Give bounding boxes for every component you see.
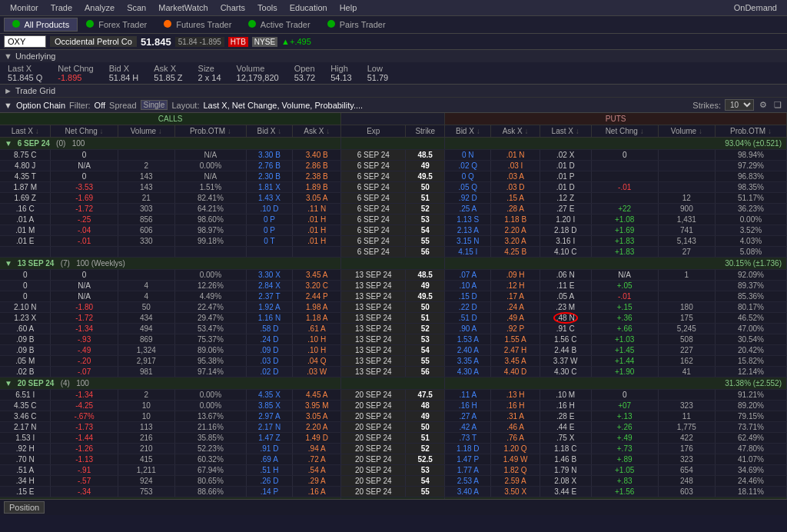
group-header-row[interactable]: ▼ 13 SEP 24 (7) 100 (Weeklys) 30.15% (±1… xyxy=(0,258,787,270)
filter-value[interactable]: Off xyxy=(95,101,105,110)
put-netchng: +.66 xyxy=(591,324,658,334)
put-probotm: 98.94% xyxy=(715,150,786,161)
put-lastx: .16 H xyxy=(540,401,591,411)
put-askx: 1.82 Q xyxy=(491,465,540,476)
put-netchng: 0 xyxy=(591,150,658,161)
call-askx: .29 A xyxy=(293,476,341,487)
table-row[interactable]: .09 B -.93 869 75.37% .24 D .10 H 13 SEP… xyxy=(0,334,787,345)
put-probotm: 91.21% xyxy=(715,390,786,401)
settings-icon[interactable]: ⚙ xyxy=(758,100,769,110)
table-row[interactable]: 6.51 I -1.34 2 0.00% 4.35 X 4.45 A 20 SE… xyxy=(0,390,787,401)
table-row[interactable]: .16 C -1.72 303 64.21% .10 D .11 N 6 SEP… xyxy=(0,204,787,214)
col-puts-probotm[interactable]: Prob.OTM xyxy=(715,125,786,138)
nav-analyze[interactable]: Analyze xyxy=(78,2,121,14)
table-row[interactable]: .01 A -.25 856 98.60% 0 P .01 H 6 SEP 24… xyxy=(0,214,787,225)
strike-col: 49 xyxy=(406,161,445,171)
table-row[interactable]: 4.35 T 0 143 N/A 2.30 B 2.38 B 6 SEP 24 … xyxy=(0,171,787,182)
table-row[interactable]: 1.69 Z -1.69 21 82.41% 1.43 X 3.05 A 6 S… xyxy=(0,193,787,204)
table-row[interactable]: .92 H -1.26 210 52.23% .91 D .94 A 20 SE… xyxy=(0,444,787,454)
tab-all-products[interactable]: All Products xyxy=(4,18,78,32)
call-lastx: 1.87 M xyxy=(0,182,51,193)
nav-marketwatch[interactable]: MarketWatch xyxy=(152,2,214,14)
table-row[interactable]: 1.23 X -1.72 434 29.47% 1.16 N 1.18 A 13… xyxy=(0,313,787,324)
col-puts-bidx[interactable]: Bid X xyxy=(445,125,491,138)
table-row[interactable]: 4.35 C -4.25 10 0.00% 3.85 X 3.95 M 20 S… xyxy=(0,401,787,411)
col-calls-volume[interactable]: Volume xyxy=(118,125,174,138)
table-row[interactable]: 0 N/A 4 12.26% 2.84 X 3.20 C 13 SEP 24 4… xyxy=(0,281,787,291)
call-volume: 143 xyxy=(118,182,174,193)
call-probotm: 75.37% xyxy=(174,334,246,345)
col-calls-askx[interactable]: Ask X xyxy=(293,125,341,138)
table-row[interactable]: .09 B -.49 1,324 89.06% .09 D .10 H 13 S… xyxy=(0,345,787,356)
table-row[interactable]: .15 E -.34 753 88.66% .14 P .16 A 20 SEP… xyxy=(0,487,787,497)
trade-grid-header[interactable]: ► Trade Grid xyxy=(0,85,787,98)
table-row[interactable]: 0 N/A 4 4.49% 2.37 T 2.44 P 13 SEP 24 49… xyxy=(0,291,787,302)
col-calls-netchng[interactable]: Net Chng xyxy=(51,125,118,138)
table-row[interactable]: 2.17 N -1.73 113 21.16% 2.17 N 2.20 A 20… xyxy=(0,422,787,433)
on-demand-label[interactable]: OnDemand xyxy=(728,2,783,14)
table-row[interactable]: 8.75 C 0 N/A 3.30 B 3.40 B 6 SEP 24 48.5… xyxy=(0,150,787,161)
col-calls-bidx[interactable]: Bid X xyxy=(246,125,292,138)
option-chain-table-container[interactable]: CALLS PUTS Last X Net Chng Volume Prob.O… xyxy=(0,113,787,499)
put-bidx: 0 N xyxy=(445,150,491,161)
col-puts-askx[interactable]: Ask X xyxy=(491,125,540,138)
exp-col: 20 SEP 24 xyxy=(341,454,406,465)
call-lastx: 1.23 X xyxy=(0,313,51,324)
nav-help[interactable]: Help xyxy=(334,2,364,14)
nav-tools[interactable]: Tools xyxy=(251,2,284,14)
tab-forex-trader[interactable]: Forex Trader xyxy=(78,18,155,32)
call-askx: 2.86 B xyxy=(293,161,341,171)
table-row[interactable]: .05 M -.20 2,917 95.38% .03 D .04 Q 13 S… xyxy=(0,356,787,367)
call-volume: 4 xyxy=(118,281,174,291)
position-button[interactable]: Position xyxy=(4,501,45,514)
table-row[interactable]: .70 N -1.13 415 60.32% .69 A .72 A 20 SE… xyxy=(0,454,787,465)
strikes-select[interactable]: 1051520 xyxy=(725,99,754,111)
call-volume: 21 xyxy=(118,193,174,204)
nav-education[interactable]: Education xyxy=(284,2,334,14)
tab-active-label: Active Trader xyxy=(261,20,310,29)
group-header-row[interactable]: ▼ 6 SEP 24 (0) 100 93.04% (±0.521) xyxy=(0,138,787,150)
put-probotm: 0.00% xyxy=(715,214,786,225)
tab-pairs-trader[interactable]: Pairs Trader xyxy=(319,18,394,32)
layout-value[interactable]: Last X, Net Change, Volume, Probability.… xyxy=(203,101,363,110)
nav-trade[interactable]: Trade xyxy=(45,2,78,14)
col-calls-lastx[interactable]: Last X xyxy=(0,125,51,138)
expand-icon[interactable]: ❏ xyxy=(772,100,783,110)
col-calls-probotm[interactable]: Prob.OTM xyxy=(174,125,246,138)
put-askx: .01 N xyxy=(491,150,540,161)
underlying-header[interactable]: ▼ Underlying xyxy=(0,50,787,62)
table-row[interactable]: 1.53 I -1.44 216 35.85% 1.47 Z 1.49 D 20… xyxy=(0,433,787,444)
table-row[interactable]: .34 H -.57 924 80.65% .26 D .29 A 20 SEP… xyxy=(0,476,787,487)
spread-value[interactable]: Single xyxy=(141,100,168,110)
nav-scan[interactable]: Scan xyxy=(121,2,152,14)
col-puts-netchng[interactable]: Net Chng xyxy=(591,125,658,138)
put-bidx: 3.15 N xyxy=(445,236,491,247)
table-row[interactable]: .01 M -.04 606 98.97% 0 P .01 H 6 SEP 24… xyxy=(0,225,787,236)
call-probotm: 98.97% xyxy=(174,225,246,236)
nav-charts[interactable]: Charts xyxy=(214,2,251,14)
table-row[interactable]: 6 SEP 24 56 4.15 I 4.25 B 4.10 C +1.83 2… xyxy=(0,247,787,258)
table-row[interactable]: 1.87 M -3.53 143 1.51% 1.81 X 1.89 B 6 S… xyxy=(0,182,787,193)
tab-active-trader[interactable]: Active Trader xyxy=(240,18,318,32)
group-header-row[interactable]: ▼ 20 SEP 24 (4) 100 31.38% (±2.552) xyxy=(0,377,787,390)
table-row[interactable]: 2.10 N -1.80 50 22.47% 1.92 A 1.98 A 13 … xyxy=(0,302,787,313)
nav-monitor[interactable]: Monitor xyxy=(4,2,45,14)
symbol-input[interactable] xyxy=(4,35,46,48)
table-row[interactable]: 4.80 J N/A 2 0.00% 2.76 B 2.86 B 6 SEP 2… xyxy=(0,161,787,171)
call-volume: 415 xyxy=(118,454,174,465)
tab-futures-trader[interactable]: Futures Trader xyxy=(155,18,240,32)
option-chain-arrow[interactable]: ▼ xyxy=(4,101,12,110)
call-volume: 924 xyxy=(118,476,174,487)
table-row[interactable]: 0 0 0.00% 3.30 X 3.45 A 13 SEP 24 48.5 .… xyxy=(0,270,787,281)
symbol-bar: Occidental Petrol Co 51.845 51.84 -1.895… xyxy=(0,34,787,50)
table-row[interactable]: .51 A -.91 1,211 67.94% .51 H .54 A 20 S… xyxy=(0,465,787,476)
table-row[interactable]: .02 B -.07 981 97.14% .02 D .03 W 13 SEP… xyxy=(0,367,787,377)
col-puts-volume[interactable]: Volume xyxy=(658,125,715,138)
table-row[interactable]: 3.46 C -.67% 10 13.67% 2.97 A 3.05 A 20 … xyxy=(0,411,787,422)
put-volume: 1 xyxy=(658,270,715,281)
put-askx: .28 A xyxy=(491,204,540,214)
table-row[interactable]: .60 A -1.34 494 53.47% .58 D .61 A 13 SE… xyxy=(0,324,787,334)
col-puts-lastx[interactable]: Last X xyxy=(540,125,591,138)
table-row[interactable]: .01 E -.01 330 99.18% 0 T .01 H 6 SEP 24… xyxy=(0,236,787,247)
put-bidx: 1.13 S xyxy=(445,214,491,225)
